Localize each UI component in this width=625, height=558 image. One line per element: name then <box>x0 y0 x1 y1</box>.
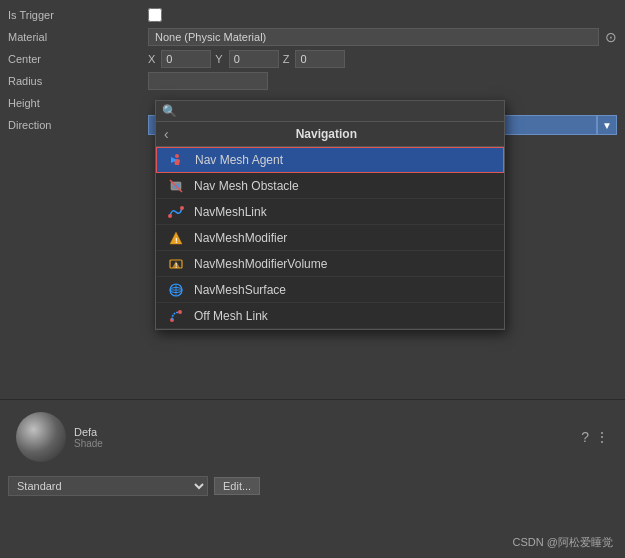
navigation-dropdown: 🔍 ‹ Navigation Nav Mesh Agent <box>155 100 505 330</box>
svg-point-4 <box>168 214 172 218</box>
center-z-input[interactable] <box>295 50 345 68</box>
material-bottom-row: Standard Edit... <box>0 474 625 498</box>
height-label: Height <box>8 97 148 109</box>
nav-mesh-obstacle-label: Nav Mesh Obstacle <box>194 179 299 193</box>
radius-label: Radius <box>8 75 148 87</box>
target-icon[interactable]: ⊙ <box>605 29 617 45</box>
center-row: Center X Y Z <box>0 48 625 70</box>
material-value: None (Physic Material) <box>148 28 599 46</box>
nav-mesh-modifier-volume-icon: ! <box>166 254 186 274</box>
more-icon[interactable]: ⋮ <box>595 429 609 445</box>
nav-mesh-agent-icon <box>167 150 187 170</box>
radius-input[interactable] <box>148 72 268 90</box>
watermark: CSDN @阿松爱睡觉 <box>513 535 613 550</box>
dropdown-item-nav-mesh-modifier-volume[interactable]: ! NavMeshModifierVolume <box>156 251 504 277</box>
nav-mesh-agent-label: Nav Mesh Agent <box>195 153 283 167</box>
center-label: Center <box>8 53 148 65</box>
nav-mesh-surface-icon <box>166 280 186 300</box>
search-input[interactable] <box>181 104 498 118</box>
dropdown-item-nav-mesh-surface[interactable]: NavMeshSurface <box>156 277 504 303</box>
svg-text:!: ! <box>175 262 177 269</box>
center-y-input[interactable] <box>229 50 279 68</box>
search-icon: 🔍 <box>162 104 177 118</box>
material-controls: ? ⋮ <box>581 429 609 445</box>
dropdown-items-list: Nav Mesh Agent Nav Mesh Obstacle <box>156 147 504 329</box>
material-sub-label: Shade <box>74 438 581 449</box>
bottom-material-section: Defa Shade ? ⋮ Standard Edit... <box>0 399 625 498</box>
material-row: Material None (Physic Material) ⊙ <box>0 26 625 48</box>
dropdown-title: Navigation <box>177 127 476 141</box>
direction-dropdown-arrow[interactable]: ▼ <box>597 115 617 135</box>
dropdown-item-nav-mesh-agent[interactable]: Nav Mesh Agent <box>156 147 504 173</box>
material-preview-row: Defa Shade ? ⋮ <box>0 400 625 474</box>
nav-mesh-modifier-icon: ! <box>166 228 186 248</box>
nav-mesh-link-label: NavMeshLink <box>194 205 267 219</box>
dropdown-item-nav-mesh-link[interactable]: NavMeshLink <box>156 199 504 225</box>
is-trigger-row: Is Trigger <box>0 4 625 26</box>
dropdown-header: ‹ Navigation <box>156 122 504 147</box>
nav-mesh-surface-label: NavMeshSurface <box>194 283 286 297</box>
svg-point-5 <box>180 206 184 210</box>
radius-row: Radius <box>0 70 625 92</box>
center-xyz: X Y Z <box>148 50 345 68</box>
back-arrow-icon[interactable]: ‹ <box>164 126 169 142</box>
svg-text:!: ! <box>175 236 178 245</box>
material-label: Material <box>8 31 148 43</box>
search-row: 🔍 <box>156 101 504 122</box>
sphere-preview <box>16 412 66 462</box>
dropdown-item-nav-mesh-obstacle[interactable]: Nav Mesh Obstacle <box>156 173 504 199</box>
svg-point-0 <box>175 154 179 158</box>
dropdown-item-off-mesh-link[interactable]: Off Mesh Link <box>156 303 504 329</box>
off-mesh-link-label: Off Mesh Link <box>194 309 268 323</box>
nav-mesh-link-icon <box>166 202 186 222</box>
center-x-input[interactable] <box>161 50 211 68</box>
help-icon[interactable]: ? <box>581 429 589 445</box>
dropdown-item-nav-mesh-modifier[interactable]: ! NavMeshModifier <box>156 225 504 251</box>
inspector-panel: Is Trigger Material None (Physic Materia… <box>0 0 625 558</box>
edit-button[interactable]: Edit... <box>214 477 260 495</box>
nav-mesh-modifier-label: NavMeshModifier <box>194 231 287 245</box>
is-trigger-label: Is Trigger <box>8 9 148 21</box>
is-trigger-checkbox[interactable] <box>148 8 162 22</box>
material-info: Defa Shade <box>74 426 581 449</box>
material-shader-dropdown[interactable]: Standard <box>8 476 208 496</box>
direction-label: Direction <box>8 119 148 131</box>
off-mesh-link-icon <box>166 306 186 326</box>
nav-mesh-obstacle-icon <box>166 176 186 196</box>
nav-mesh-modifier-volume-label: NavMeshModifierVolume <box>194 257 327 271</box>
material-name-label: Defa <box>74 426 581 438</box>
